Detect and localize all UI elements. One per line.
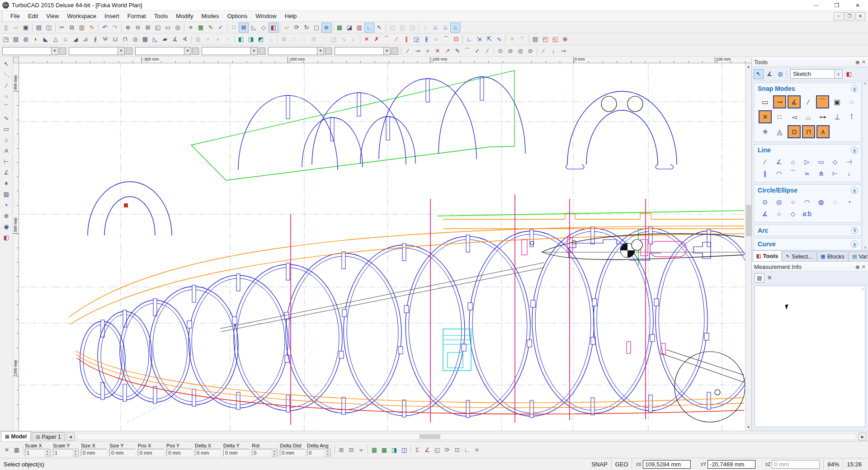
close-panel-icon[interactable]: ✕ bbox=[862, 264, 866, 270]
copy-icon[interactable]: ⧉ bbox=[67, 23, 77, 33]
snap-ortho[interactable]: ⊓ bbox=[802, 125, 815, 138]
property-combo-2[interactable] bbox=[69, 47, 118, 55]
panel-select-icon[interactable]: ↖ bbox=[754, 69, 764, 79]
open-icon[interactable]: ▱ bbox=[11, 23, 21, 33]
field-input-scale-y[interactable]: 1 bbox=[53, 449, 73, 456]
lock-position-icon[interactable]: ⊞ bbox=[336, 445, 346, 455]
tab-scroll-right-button[interactable]: ► bbox=[859, 432, 867, 441]
line-perpendicular[interactable]: ⊣ bbox=[843, 157, 855, 167]
bool-intersect-icon[interactable]: ◗ bbox=[213, 34, 223, 44]
snap-running-pen-icon[interactable]: ✎ bbox=[453, 46, 462, 56]
line-tangent-from-arc[interactable]: ⌒ bbox=[787, 169, 799, 179]
array-mirror-icon[interactable]: ∵ bbox=[319, 34, 329, 44]
drop-down-icon[interactable]: ↓ bbox=[548, 46, 558, 56]
pin-icon[interactable]: ◉ bbox=[855, 59, 860, 65]
redo-icon[interactable]: ↷ bbox=[110, 23, 120, 33]
cylinder2-icon[interactable]: ⊓ bbox=[120, 34, 130, 44]
panel-globe-icon[interactable]: ◍ bbox=[775, 69, 785, 79]
camera-icon[interactable]: ▢ bbox=[311, 23, 321, 33]
line-rectangle[interactable]: ▭ bbox=[815, 157, 827, 167]
line-tangent-to-arc[interactable]: ◠ bbox=[773, 169, 785, 179]
ellipse-tangent[interactable]: ∡ bbox=[759, 209, 771, 219]
arc-tool-icon[interactable]: ⌒ bbox=[1, 102, 12, 113]
bend-icon[interactable]: ∿ bbox=[494, 34, 504, 44]
drawing-canvas[interactable] bbox=[19, 63, 745, 431]
print-icon[interactable]: ▤ bbox=[34, 23, 44, 33]
cone-icon[interactable]: ◣ bbox=[41, 34, 51, 44]
snap-center[interactable]: ⌒ bbox=[816, 95, 829, 108]
intersect-2d-icon[interactable]: ◩ bbox=[256, 34, 266, 44]
field-input-rot[interactable]: 0 bbox=[252, 449, 272, 456]
menu-help[interactable]: Help bbox=[281, 11, 301, 21]
circle-concentric[interactable]: ◎ bbox=[773, 197, 785, 207]
orbit-icon[interactable]: ↻ bbox=[302, 23, 311, 33]
paint-bucket-icon[interactable]: ◧ bbox=[844, 69, 854, 79]
snap-on-line[interactable]: ∕ bbox=[802, 95, 815, 108]
menu-view[interactable]: View bbox=[42, 11, 63, 21]
layers-icon[interactable]: ≡ bbox=[186, 23, 196, 33]
dimension-tool-icon[interactable]: ⊢ bbox=[1, 156, 12, 167]
line-bisector[interactable]: ↓ bbox=[843, 169, 855, 179]
snap-running-line-icon[interactable]: ∕ bbox=[403, 46, 413, 56]
rotate-30-icon[interactable]: ∡ bbox=[170, 34, 180, 44]
meet-2-lines-icon[interactable]: ✗ bbox=[372, 34, 382, 44]
ellipse[interactable]: ○ bbox=[773, 209, 785, 219]
snap-tangent[interactable]: ⊶ bbox=[816, 110, 829, 123]
circle-tool-icon[interactable]: ○ bbox=[1, 91, 12, 102]
circle-mode-2-icon[interactable]: ⊖ bbox=[505, 46, 515, 56]
line-perp-to-arc[interactable]: ⋔ bbox=[815, 169, 827, 179]
print-preview-icon[interactable]: ◫ bbox=[44, 23, 54, 33]
menu-modes[interactable]: Modes bbox=[197, 11, 223, 21]
edit-box-icon[interactable]: ⊡ bbox=[451, 34, 461, 44]
node-edit-icon[interactable]: ⋱ bbox=[1, 70, 12, 80]
dock-scrollbar[interactable]: ∧∨ bbox=[862, 81, 868, 250]
cad-drawing[interactable] bbox=[19, 63, 745, 431]
fill-color-icon[interactable]: ◧ bbox=[269, 23, 278, 33]
page-setup-icon[interactable]: ▤ bbox=[530, 34, 540, 44]
tab-scroll-left-button[interactable]: ◄ bbox=[66, 432, 75, 441]
bool-slice-icon[interactable]: ◔ bbox=[223, 34, 233, 44]
horizontal-ruler[interactable]: -300 mm-200 mm-100 mm0 mm100 mm bbox=[19, 57, 751, 63]
circle-mode-3-icon[interactable]: ◎ bbox=[515, 46, 525, 56]
vertical-ruler[interactable]: 400 mm300 mm200 mm bbox=[13, 63, 19, 431]
chevron-down-icon[interactable]: ▼ bbox=[250, 47, 258, 55]
circle-center-radius[interactable]: ⊙ bbox=[759, 197, 771, 207]
layout-del-icon[interactable]: ◱ bbox=[550, 34, 560, 44]
render-draft-icon[interactable]: ♨ bbox=[430, 23, 440, 33]
menu-edit[interactable]: Edit bbox=[24, 11, 42, 21]
snap-running-slash-icon[interactable]: ⁄ bbox=[482, 46, 492, 56]
circle-mode-4-icon[interactable]: ⊘ bbox=[525, 46, 535, 56]
vertical-scrollbar[interactable]: ▲ ▼ bbox=[745, 63, 751, 431]
rect-tool-icon[interactable]: ▭ bbox=[1, 124, 12, 134]
chevron-down-icon[interactable]: ▼ bbox=[51, 47, 58, 55]
extrude-icon[interactable]: ⊿ bbox=[80, 34, 90, 44]
mid-tool-icon[interactable]: ⊸ bbox=[558, 46, 568, 56]
snap-face[interactable]: ⌓ bbox=[802, 110, 815, 123]
line-irregular-polygon[interactable]: ▷ bbox=[801, 157, 813, 167]
menu-format[interactable]: Format bbox=[123, 11, 150, 21]
render-view-icon[interactable]: ◪ bbox=[344, 23, 354, 33]
union-2d-icon[interactable]: ◧ bbox=[236, 34, 246, 44]
rotate-step-icon[interactable]: ⟳ bbox=[442, 445, 452, 455]
field-input-size-x[interactable]: 0 mm bbox=[81, 449, 107, 456]
tangent-circle-icon[interactable]: ○ bbox=[431, 34, 441, 44]
collapse-chevron-icon[interactable]: ≪ bbox=[851, 227, 858, 234]
spinner[interactable]: ▲▼ bbox=[272, 449, 278, 456]
fillet-icon[interactable]: ⌒ bbox=[382, 34, 392, 44]
join-icon[interactable]: ⊤ bbox=[517, 34, 527, 44]
plane-icon[interactable]: ◺ bbox=[150, 34, 160, 44]
ruler-corner-button[interactable] bbox=[13, 57, 19, 63]
insert-picture-icon[interactable]: ▦ bbox=[196, 23, 206, 33]
coord-x-field[interactable]: 109,5284 mm bbox=[643, 460, 691, 469]
dock-tab-select[interactable]: ↖Select... bbox=[782, 251, 816, 261]
line-perp-from-arc[interactable]: ⊢ bbox=[829, 169, 841, 179]
zoom-tool-icon[interactable]: ⊕ bbox=[1, 211, 12, 221]
snap-coordinate[interactable]: ⊸ bbox=[773, 95, 786, 108]
dock-tab-varia[interactable]: ▤Varia... bbox=[849, 251, 868, 261]
prism-gray-icon[interactable]: ⌂ bbox=[266, 34, 276, 44]
menu-insert[interactable]: Insert bbox=[100, 11, 123, 21]
angle-30-icon[interactable]: ∢ bbox=[180, 34, 190, 44]
array-polar-icon[interactable]: ∴ bbox=[299, 34, 309, 44]
ungroup-icon[interactable]: ◱ bbox=[397, 23, 407, 33]
menu-workspace[interactable]: Workspace bbox=[63, 11, 100, 21]
